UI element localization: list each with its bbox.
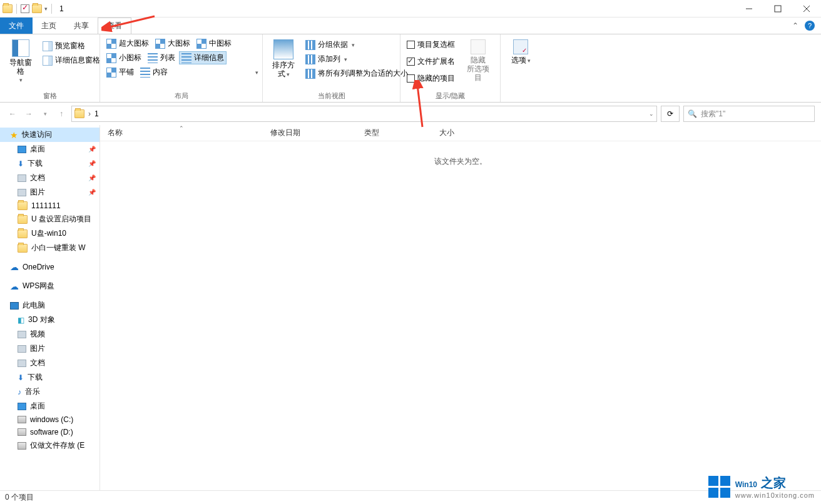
main-area: ★快速访问 桌面📌 ⬇下载📌 文档📌 图片📌 1111111 U 盘设置启动项目… [0,125,821,490]
column-name[interactable]: 名称⌃ [100,128,263,138]
search-input[interactable]: 🔍 搜索"1" [683,106,815,122]
sidebar-folder-1[interactable]: 1111111 [0,199,99,212]
layout-content[interactable]: 内容 [138,66,170,79]
sidebar-folder-3[interactable]: U盘-win10 [0,226,99,241]
add-columns-button[interactable]: 添加列 [303,53,410,66]
folder-icon [18,229,28,238]
quick-access-toolbar: ▾ [0,4,56,14]
sidebar-folder-2[interactable]: U 盘设置启动项目 [0,212,99,226]
checkbox-item-checkboxes[interactable]: 项目复选框 [404,38,457,51]
history-dropdown[interactable]: ▾ [39,108,51,120]
sidebar-this-pc[interactable]: 此电脑 [0,298,99,313]
details-pane-button[interactable]: 详细信息窗格 [40,54,103,67]
sidebar-downloads[interactable]: ⬇下载📌 [0,156,99,171]
maximize-button[interactable] [763,0,792,18]
sort-button[interactable]: 排序方式 [267,37,300,81]
drive-icon [18,442,26,450]
fit-columns-button[interactable]: 将所有列调整为合适的大小 [303,67,410,80]
tab-home[interactable]: 主页 [33,18,65,34]
folder-icon [18,201,28,210]
sidebar-downloads-2[interactable]: ⬇下载 [0,370,99,385]
sidebar-pictures[interactable]: 图片📌 [0,185,99,199]
column-headers: 名称⌃ 修改日期 类型 大小 [100,125,821,141]
minimize-button[interactable] [735,0,763,18]
preview-pane-button[interactable]: 预览窗格 [40,39,103,53]
forward-button[interactable]: → [23,108,35,120]
tab-file[interactable]: 文件 [0,18,33,34]
close-button[interactable] [792,0,821,18]
sidebar-desktop[interactable]: 桌面📌 [0,142,99,156]
layout-tiles[interactable]: 平铺 [104,66,136,79]
app-folder-icon [3,4,13,13]
sidebar-drive-e[interactable]: 仅做文件存放 (E [0,438,99,453]
sidebar-videos[interactable]: 视频 [0,327,99,341]
layout-medium[interactable]: 中图标 [194,37,234,50]
download-icon: ⬇ [18,159,24,168]
qat-properties-icon[interactable] [21,4,29,13]
download-icon: ⬇ [18,373,24,382]
drive-icon [18,416,26,423]
help-icon[interactable]: ? [805,21,815,31]
ribbon-collapse-icon[interactable]: ⌃ [792,21,798,30]
layout-large[interactable]: 大图标 [153,37,193,50]
layout-list[interactable]: 列表 [145,51,178,64]
sidebar-drive-c[interactable]: windows (C:) [0,413,99,426]
nav-pane-button[interactable]: 导航窗格 ▾ [4,37,38,86]
music-icon: ♪ [18,388,21,396]
chevron-right-icon[interactable]: › [88,109,91,118]
ribbon-tabs: 文件 主页 共享 查看 ⌃ ? [0,18,821,34]
group-label-layout: 布局 [100,91,262,102]
sidebar-quick-access[interactable]: ★快速访问 [0,128,99,142]
sidebar-documents[interactable]: 文档📌 [0,171,99,185]
group-by-button[interactable]: 分组依据 [303,38,410,51]
video-icon [18,331,26,338]
separator [16,4,17,14]
column-date[interactable]: 修改日期 [263,128,357,138]
address-dropdown-icon[interactable]: ⌄ [649,111,654,117]
layout-extra-large[interactable]: 超大图标 [104,37,151,50]
checkbox-file-extensions[interactable]: 文件扩展名 [404,55,457,68]
pin-icon: 📌 [88,174,96,181]
search-icon: 🔍 [688,109,697,118]
pin-icon: 📌 [88,189,96,196]
sidebar-desktop-2[interactable]: 桌面 [0,399,99,413]
column-type[interactable]: 类型 [357,128,432,138]
title-bar: ▾ 1 [0,0,821,18]
ribbon-group-layout: 超大图标 大图标 中图标 小图标 列表 详细信息 平铺 内容 ▾ 布局 [100,34,263,102]
refresh-button[interactable]: ⟳ [661,106,680,122]
sidebar-wps[interactable]: ☁WPS网盘 [0,279,99,293]
tab-view[interactable]: 查看 [98,18,131,34]
status-bar: 0 个项目 [0,490,821,504]
tab-share[interactable]: 共享 [65,18,98,34]
window-title: 1 [56,4,64,13]
group-label-show-hide: 显示/隐藏 [400,91,500,102]
layout-details[interactable]: 详细信息 [179,51,227,64]
document-icon [18,360,26,367]
empty-folder-message: 该文件夹为空。 [100,141,821,167]
sidebar-music[interactable]: ♪音乐 [0,385,99,399]
sidebar-folder-4[interactable]: 小白一键重装 W [0,241,99,255]
desktop-icon [18,146,26,153]
group-label-current-view: 当前视图 [263,91,400,102]
options-button[interactable]: ✓ 选项 [504,37,538,68]
column-size[interactable]: 大小 [432,128,494,138]
back-button[interactable]: ← [6,108,19,120]
sidebar-pictures-2[interactable]: 图片 [0,341,99,356]
sidebar-drive-d[interactable]: software (D:) [0,426,99,438]
sidebar-documents-2[interactable]: 文档 [0,356,99,370]
layout-small[interactable]: 小图标 [104,51,144,64]
sidebar-3d-objects[interactable]: ◧3D 对象 [0,313,99,327]
pictures-icon [18,345,26,353]
checkbox-hidden-items[interactable]: 隐藏的项目 [404,72,457,85]
ribbon-group-current-view: 排序方式 分组依据 添加列 将所有列调整为合适的大小 当前视图 [263,34,400,102]
address-segment[interactable]: 1 [94,109,99,118]
file-list: 名称⌃ 修改日期 类型 大小 该文件夹为空。 [100,125,821,490]
hide-selected-button[interactable]: 隐藏所选项目 [460,37,496,84]
ribbon-group-options: ✓ 选项 [501,34,541,102]
pin-icon: 📌 [88,160,96,167]
desktop-icon [18,403,26,410]
address-bar[interactable]: › 1 ⌄ [71,106,657,122]
sidebar-onedrive[interactable]: ☁OneDrive [0,260,99,274]
up-button[interactable]: ↑ [55,108,68,120]
qat-folder-icon[interactable] [32,4,42,13]
